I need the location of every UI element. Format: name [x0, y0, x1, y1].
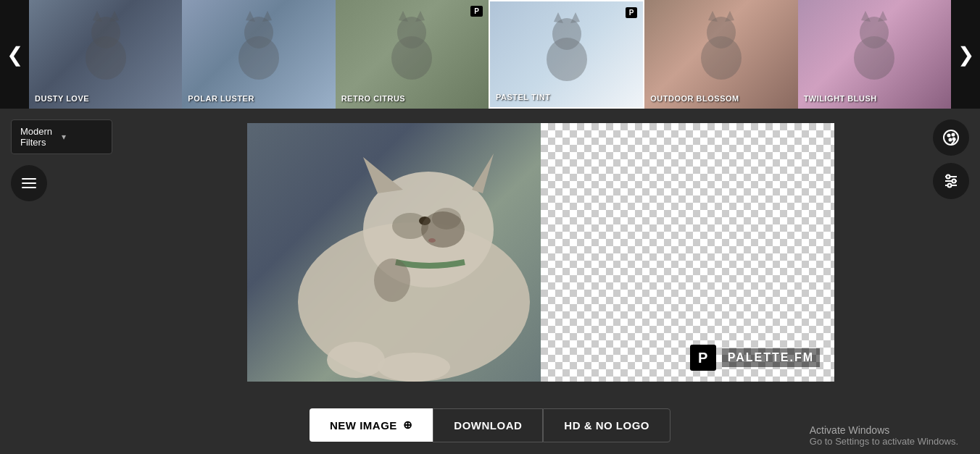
new-image-label: NEW IMAGE [330, 419, 397, 432]
palette-button[interactable] [933, 119, 969, 156]
svg-point-21 [860, 17, 889, 49]
watermark: P PALETTE.FM [690, 345, 820, 371]
svg-marker-22 [861, 11, 871, 22]
filter-dropdown[interactable]: Modern Filters ▾ [11, 119, 112, 154]
left-sidebar: Modern Filters ▾ [0, 109, 159, 396]
next-arrow[interactable]: ❯ [951, 0, 980, 109]
filmstrip-items: DUSTY LOVE POLAR LUSTER RETRO CITRUS P [29, 0, 951, 109]
svg-marker-18 [708, 11, 718, 22]
chevron-down-icon: ▾ [62, 132, 103, 142]
svg-point-40 [950, 139, 952, 141]
film-label-dusty-love: DUSTY LOVE [35, 94, 89, 103]
menu-button[interactable] [11, 165, 47, 201]
svg-marker-14 [554, 12, 563, 23]
svg-marker-15 [570, 12, 580, 23]
film-item-dusty-love[interactable]: DUSTY LOVE [29, 0, 182, 109]
film-item-retro-citrus[interactable]: RETRO CITRUS P [336, 0, 489, 109]
pro-badge-retro-citrus: P [470, 6, 483, 17]
download-button[interactable]: DOWNLOAD [433, 408, 543, 442]
svg-point-38 [952, 134, 955, 136]
filmstrip: ❮ DUSTY LOVE POLAR LUSTER [0, 0, 980, 109]
activate-windows-notice: Activate Windows Go to Settings to activ… [810, 424, 958, 447]
watermark-brand: PALETTE.FM [722, 348, 820, 367]
svg-marker-11 [415, 11, 425, 22]
svg-marker-6 [246, 11, 255, 22]
svg-point-33 [378, 353, 450, 382]
new-image-button[interactable]: NEW IMAGE ⊕ [310, 408, 433, 442]
svg-point-46 [948, 184, 952, 188]
svg-point-9 [397, 17, 426, 49]
film-label-polar-luster: POLAR LUSTER [188, 94, 254, 103]
activate-title: Activate Windows [810, 424, 958, 436]
film-item-twilight-blush[interactable]: TWILIGHT BLUSH [798, 0, 951, 109]
pro-badge-pastel-tint: P [626, 7, 638, 18]
svg-marker-19 [725, 11, 734, 22]
film-label-pastel-tint: PASTEL TINT [496, 93, 550, 101]
film-item-outdoor-blossom[interactable]: OUTDOOR BLOSSOM [644, 0, 797, 109]
new-image-icon: ⊕ [403, 419, 413, 432]
prev-arrow[interactable]: ❮ [0, 0, 29, 109]
svg-point-17 [707, 17, 736, 49]
svg-point-13 [552, 18, 581, 50]
bottom-bar: NEW IMAGE ⊕ DOWNLOAD HD & NO LOGO Activa… [0, 396, 980, 454]
svg-point-45 [952, 180, 956, 183]
filter-label: Modern Filters [20, 126, 62, 148]
film-label-twilight-blush: TWILIGHT BLUSH [804, 94, 877, 103]
svg-point-37 [948, 135, 950, 137]
cat-image [269, 135, 631, 382]
svg-point-35 [374, 258, 410, 302]
svg-marker-2 [93, 11, 102, 22]
menu-line-2 [22, 182, 36, 184]
svg-point-44 [947, 175, 950, 179]
right-sidebar [922, 109, 980, 396]
svg-point-1 [91, 17, 120, 49]
watermark-logo: P [690, 345, 716, 371]
image-canvas: P PALETTE.FM [247, 123, 834, 382]
menu-line-3 [22, 187, 36, 188]
svg-marker-27 [472, 154, 494, 193]
svg-point-34 [421, 211, 465, 248]
sliders-button[interactable] [933, 163, 969, 199]
main-area: Modern Filters ▾ [0, 109, 980, 396]
menu-line-1 [22, 178, 36, 180]
svg-point-5 [244, 17, 273, 49]
svg-point-36 [944, 130, 958, 145]
hd-no-logo-button[interactable]: HD & NO LOGO [543, 408, 670, 442]
film-item-pastel-tint[interactable]: PASTEL TINT P [489, 0, 644, 109]
canvas-area: P PALETTE.FM [159, 109, 922, 396]
svg-point-32 [327, 342, 385, 378]
svg-marker-26 [363, 157, 403, 193]
svg-marker-23 [878, 11, 887, 22]
film-label-outdoor-blossom: OUTDOOR BLOSSOM [650, 94, 739, 103]
film-label-retro-citrus: RETRO CITRUS [341, 94, 406, 103]
svg-marker-3 [109, 11, 119, 22]
svg-marker-10 [399, 11, 408, 22]
film-item-polar-luster[interactable]: POLAR LUSTER [182, 0, 335, 109]
svg-marker-7 [262, 11, 272, 22]
activate-subtitle: Go to Settings to activate Windows. [810, 436, 958, 447]
